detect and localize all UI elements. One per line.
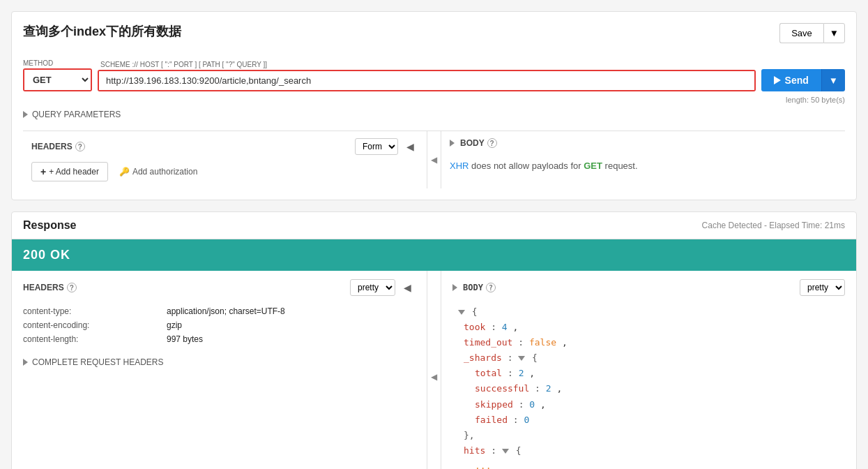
body-expand-icon2[interactable]	[452, 284, 457, 291]
table-row: content-length: 997 bytes	[23, 332, 416, 346]
save-dropdown-icon: ▼	[830, 28, 839, 38]
headers-help-icon[interactable]: ?	[75, 142, 85, 151]
json-line: timed_out : false ,	[464, 335, 845, 350]
json-line: failed : 0	[475, 412, 845, 428]
response-headers-panel: HEADERS ? pretty raw ◀ content-ty	[12, 271, 427, 469]
status-text: 200 OK	[23, 248, 70, 262]
plus-icon: +	[40, 166, 46, 177]
response-section: Response Cache Detected - Elapsed Time: …	[11, 211, 857, 469]
panel-divider-collapse[interactable]: ◀	[427, 131, 441, 188]
resp-panel-divider-collapse[interactable]: ◀	[427, 271, 441, 469]
save-dropdown-button[interactable]: ▼	[823, 23, 845, 43]
json-line: took : 4 ,	[464, 320, 845, 335]
headers-panel: HEADERS ? Form Raw ◀ + + Add header	[23, 131, 427, 188]
send-dropdown-button[interactable]: ▼	[821, 69, 845, 91]
resp-body-title: BODY ?	[452, 283, 496, 292]
response-headers-table: content-type: application/json; charset=…	[23, 304, 416, 346]
resp-headers-help-icon[interactable]: ?	[67, 283, 77, 292]
url-group: SCHEME :// HOST [ ":" PORT ] [ PATH [ "?…	[98, 61, 756, 91]
length-info: length: 50 byte(s)	[23, 96, 845, 104]
header-value: 997 bytes	[167, 332, 416, 346]
save-button[interactable]: Save	[779, 23, 823, 43]
complete-req-label: COMPLETE REQUEST HEADERS	[32, 357, 163, 367]
json-line: hits : {	[464, 443, 845, 459]
header-key: content-type:	[23, 304, 167, 318]
json-line: _shards : {	[464, 350, 845, 366]
json-line: {	[452, 304, 845, 320]
query-params-label: QUERY PARAMETERS	[32, 110, 121, 119]
table-row: content-type: application/json; charset=…	[23, 304, 416, 318]
send-icon	[774, 76, 781, 84]
status-bar: 200 OK	[12, 239, 856, 271]
resp-body-format-select[interactable]: pretty raw	[800, 279, 845, 296]
headers-panel-title: HEADERS ?	[31, 142, 85, 151]
xhr-notice: XHR does not allow payloads for GET requ…	[450, 155, 837, 177]
query-params-row[interactable]: QUERY PARAMETERS	[23, 107, 845, 122]
resp-headers-panel-header: HEADERS ? pretty raw ◀	[23, 279, 416, 296]
headers-panel-header: HEADERS ? Form Raw ◀	[31, 138, 418, 155]
json-line: successful : 2 ,	[475, 381, 845, 396]
send-dropdown-icon: ▼	[829, 75, 838, 86]
json-collapse-icon[interactable]	[458, 310, 465, 315]
method-select[interactable]: GET POST PUT DELETE PATCH HEAD OPTIONS	[24, 70, 91, 90]
header-value: application/json; charset=UTF-8	[167, 304, 416, 318]
xhr-link[interactable]: XHR	[450, 161, 469, 171]
headers-body-row: HEADERS ? Form Raw ◀ + + Add header	[23, 131, 845, 188]
key-icon: 🔑	[119, 167, 130, 177]
body-help-icon[interactable]: ?	[487, 138, 497, 148]
request-section: 查询多个index下的所有数据 Save ▼ METHOD GET POST P…	[11, 11, 857, 200]
header-key: content-encoding:	[23, 318, 167, 332]
json-line: },	[464, 428, 845, 443]
send-button[interactable]: Send	[761, 69, 821, 91]
response-body-json: { took : 4 , timed_out : false ,	[452, 304, 845, 469]
url-input-wrapper	[98, 70, 756, 91]
scheme-label: SCHEME :// HOST [ ":" PORT ] [ PATH [ "?…	[100, 61, 756, 68]
method-label: METHOD	[23, 59, 92, 67]
add-header-button[interactable]: + + Add header	[31, 162, 108, 181]
page-container: 查询多个index下的所有数据 Save ▼ METHOD GET POST P…	[0, 0, 868, 469]
resp-headers-title: HEADERS ?	[23, 283, 77, 292]
headers-format-select[interactable]: Form Raw	[355, 138, 398, 155]
resp-headers-collapse-button[interactable]: ◀	[399, 281, 416, 295]
get-method-text: GET	[584, 161, 602, 171]
headers-collapse-button[interactable]: ◀	[402, 140, 418, 154]
body-expand-icon[interactable]	[450, 140, 455, 147]
resp-body-help-icon[interactable]: ?	[486, 283, 496, 292]
header-value: gzip	[167, 318, 416, 332]
complete-req-arrow-icon	[23, 359, 28, 366]
send-button-group: Send ▼	[761, 69, 845, 91]
body-panel-title: BODY ?	[450, 138, 497, 148]
json-collapse-icon[interactable]	[518, 356, 525, 361]
json-collapse-icon[interactable]	[502, 449, 509, 454]
response-body-panel: BODY ? pretty raw {	[441, 271, 856, 469]
json-line: total : 2 ,	[475, 366, 845, 381]
header-actions: + + Add header 🔑 Add authorization	[31, 162, 418, 181]
response-panels: HEADERS ? pretty raw ◀ content-ty	[12, 271, 856, 469]
save-button-group: Save ▼	[779, 23, 845, 43]
method-select-wrapper: GET POST PUT DELETE PATCH HEAD OPTIONS	[23, 68, 92, 91]
header-key: content-length:	[23, 332, 167, 346]
cache-info: Cache Detected - Elapsed Time: 21ms	[702, 221, 845, 230]
resp-headers-format-select[interactable]: pretty raw	[350, 279, 395, 296]
page-title: 查询多个index下的所有数据	[23, 23, 181, 40]
resp-body-panel-header: BODY ? pretty raw	[452, 279, 845, 296]
body-panel: BODY ? XHR does not allow payloads for G…	[441, 131, 845, 188]
json-line: skipped : 0 ,	[475, 397, 845, 412]
table-row: content-encoding: gzip	[23, 318, 416, 332]
response-header-bar: Response Cache Detected - Elapsed Time: …	[12, 212, 856, 239]
method-group: METHOD GET POST PUT DELETE PATCH HEAD OP…	[23, 59, 92, 91]
complete-request-headers-row[interactable]: COMPLETE REQUEST HEADERS	[23, 357, 416, 367]
add-authorization-button[interactable]: 🔑 Add authorization	[114, 163, 203, 180]
response-title: Response	[23, 219, 76, 232]
url-input[interactable]	[99, 71, 754, 90]
query-params-arrow-icon	[23, 111, 28, 118]
json-line: ...	[475, 459, 845, 469]
body-panel-header: BODY ?	[450, 138, 837, 148]
